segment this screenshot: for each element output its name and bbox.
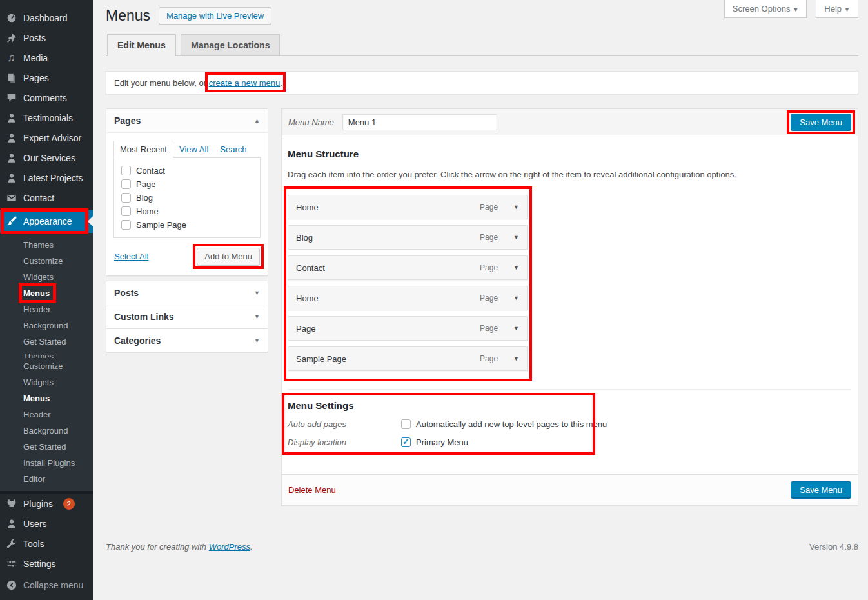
sidebar-item-posts[interactable]: Posts — [0, 28, 93, 48]
sidebar-item-dashboard[interactable]: Dashboard — [0, 8, 93, 28]
save-menu-button-top[interactable]: Save Menu — [791, 114, 851, 131]
sidebar-item-users[interactable]: Users — [0, 514, 93, 534]
sample-page-checkbox[interactable] — [121, 220, 131, 230]
submenu-item-widgets-2[interactable]: Widgets — [0, 374, 93, 390]
chevron-down-icon: ▼ — [254, 290, 260, 296]
sidebar-item-latest-projects[interactable]: Latest Projects — [0, 168, 93, 188]
sidebar-item-appearance[interactable]: Appearance — [0, 210, 93, 233]
auto-add-pages-checkbox[interactable] — [401, 419, 411, 429]
menu-item-row[interactable]: Blog Page ▼ — [288, 225, 528, 250]
categories-metabox-header[interactable]: Categories ▼ — [106, 328, 268, 353]
primary-menu-checkbox[interactable] — [401, 437, 411, 447]
home-checkbox[interactable] — [121, 206, 131, 216]
help-button[interactable]: Help▼ — [816, 0, 858, 18]
primary-menu-text: Primary Menu — [416, 437, 468, 447]
admin-footer: Thank you for creating with WordPress. V… — [106, 506, 858, 552]
item-expand-arrow[interactable]: ▼ — [513, 295, 519, 301]
chevron-down-icon: ▼ — [254, 314, 260, 320]
submenu-item-get-started-2[interactable]: Get Started — [0, 439, 93, 455]
sidebar-item-label: Tools — [23, 539, 44, 549]
tab-most-recent[interactable]: Most Recent — [113, 141, 173, 158]
submenu-item-background-2[interactable]: Background — [0, 423, 93, 439]
thanks-suffix: . — [250, 542, 253, 552]
item-expand-arrow[interactable]: ▼ — [513, 265, 519, 271]
submenu-item-header[interactable]: Header — [0, 301, 93, 317]
contact-checkbox[interactable] — [121, 166, 131, 175]
submenu-item-themes[interactable]: Themes — [0, 237, 93, 253]
submenu-item-install-plugins[interactable]: Install Plugins — [0, 455, 93, 471]
menu-item-row[interactable]: Sample Page Page ▼ — [288, 346, 528, 371]
pages-metabox-header[interactable]: Pages ▲ — [106, 109, 268, 133]
person-icon — [5, 172, 17, 184]
submenu-item-widgets[interactable]: Widgets — [0, 269, 93, 285]
screen-options-label: Screen Options — [733, 4, 791, 14]
auto-add-pages-field: Automatically add new top-level pages to… — [401, 419, 607, 429]
item-expand-arrow[interactable]: ▼ — [513, 234, 519, 241]
delete-menu-link[interactable]: Delete Menu — [288, 485, 336, 495]
posts-metabox-header[interactable]: Posts ▼ — [106, 281, 268, 305]
pushpin-icon — [5, 32, 17, 44]
sidebar-item-settings[interactable]: Settings — [0, 554, 93, 574]
sidebar-item-label: Comments — [23, 93, 67, 103]
sidebar-item-expert-advisor[interactable]: Expert Advisor — [0, 128, 93, 148]
person-icon — [5, 132, 17, 144]
menu-item-row[interactable]: Home Page ▼ — [288, 286, 528, 310]
tab-search[interactable]: Search — [214, 141, 252, 157]
menu-item-row[interactable]: Page Page ▼ — [288, 316, 528, 341]
sidebar-item-our-services[interactable]: Our Services — [0, 148, 93, 168]
collapse-menu-label: Collapse menu — [23, 580, 83, 590]
submenu-item-get-started[interactable]: Get Started — [0, 334, 93, 350]
chevron-down-icon: ▼ — [254, 337, 260, 344]
sidebar-item-pages[interactable]: Pages — [0, 68, 93, 88]
screen-meta: Screen Options▼ Help▼ — [724, 0, 858, 18]
menu-item-row[interactable]: Contact Page ▼ — [288, 255, 528, 280]
item-expand-arrow[interactable]: ▼ — [513, 204, 519, 210]
music-note-icon: ♫ — [5, 52, 17, 64]
sidebar-item-testimonials[interactable]: Testimonials — [0, 108, 93, 128]
tab-view-all[interactable]: View All — [173, 141, 214, 157]
active-menu-arrow — [83, 216, 93, 226]
tab-manage-locations[interactable]: Manage Locations — [181, 34, 280, 55]
page-checkbox[interactable] — [121, 179, 131, 189]
save-menu-button-bottom[interactable]: Save Menu — [791, 481, 851, 499]
submenu-item-background[interactable]: Background — [0, 317, 93, 334]
submenu-item-header-2[interactable]: Header — [0, 406, 93, 423]
menu-item-label: Home — [296, 294, 319, 303]
submenu-item-editor[interactable]: Editor — [0, 471, 93, 487]
add-to-menu-button[interactable]: Add to Menu — [197, 248, 260, 265]
select-all-link[interactable]: Select All — [114, 252, 148, 261]
menu-item-label: Sample Page — [296, 354, 346, 364]
sidebar-item-media[interactable]: ♫ Media — [0, 48, 93, 68]
submenu-item-themes-clipped[interactable]: Themes — [0, 350, 93, 358]
wordpress-link[interactable]: WordPress — [209, 542, 250, 552]
item-expand-arrow[interactable]: ▼ — [513, 325, 519, 332]
submenu-item-customize-2[interactable]: Customize — [0, 358, 93, 374]
checkbox-label: Blog — [136, 193, 153, 203]
paintbrush-icon — [5, 215, 17, 228]
collapse-arrow-icon — [5, 579, 17, 591]
create-new-menu-link[interactable]: create a new menu — [209, 78, 281, 88]
submenu-item-menus[interactable]: Menus — [0, 285, 93, 301]
sidebar-item-plugins[interactable]: Plugins 2 — [0, 494, 93, 514]
custom-links-metabox-header[interactable]: Custom Links ▼ — [106, 305, 268, 329]
sidebar-item-contact[interactable]: Contact — [0, 188, 93, 208]
sidebar-item-comments[interactable]: Comments — [0, 88, 93, 108]
sidebar-item-label: Testimonials — [23, 113, 73, 123]
menu-item-sources-column: Pages ▲ Most Recent View All Search Cont… — [106, 108, 268, 353]
menu-editor-panel: Menu Name Save Menu Menu Structure Drag … — [281, 108, 858, 506]
manage-live-preview-button[interactable]: Manage with Live Preview — [159, 7, 271, 25]
collapse-menu-button[interactable]: Collapse menu — [0, 575, 93, 595]
menu-item-row[interactable]: Home Page ▼ — [288, 195, 528, 219]
tab-edit-menus[interactable]: Edit Menus — [107, 34, 176, 56]
screen-options-button[interactable]: Screen Options▼ — [724, 0, 807, 18]
menu-name-input[interactable] — [342, 114, 497, 130]
sidebar-item-tools[interactable]: Tools — [0, 534, 93, 554]
submenu-item-customize[interactable]: Customize — [0, 253, 93, 269]
sidebar-item-label: Latest Projects — [23, 173, 83, 183]
blog-checkbox[interactable] — [121, 193, 131, 203]
menu-item-type: Page — [480, 203, 498, 212]
submenu-item-menus-2[interactable]: Menus — [0, 390, 93, 406]
item-expand-arrow[interactable]: ▼ — [513, 355, 519, 362]
sidebar-item-label: Plugins — [23, 499, 53, 509]
dashboard-icon — [5, 12, 17, 24]
